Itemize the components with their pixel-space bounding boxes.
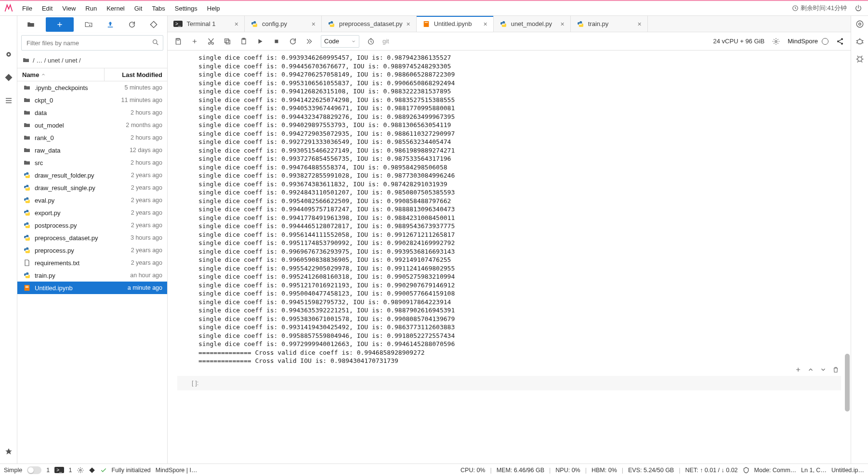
file-row[interactable]: src2 hours ago bbox=[17, 156, 167, 169]
new-folder-button[interactable] bbox=[78, 17, 99, 32]
menu-help[interactable]: Help bbox=[202, 3, 225, 14]
menu-file[interactable]: File bbox=[17, 3, 37, 14]
menu-git[interactable]: Git bbox=[130, 3, 147, 14]
line-col-label[interactable]: Ln 1, C… bbox=[801, 467, 827, 474]
file-row[interactable]: rank_02 hours ago bbox=[17, 131, 167, 144]
cut-button[interactable] bbox=[206, 37, 216, 46]
svg-rect-5 bbox=[26, 287, 29, 288]
power-button[interactable] bbox=[853, 2, 864, 14]
menu-view[interactable]: View bbox=[57, 3, 80, 14]
column-header-modified[interactable]: Last Modified bbox=[105, 71, 167, 78]
close-icon[interactable]: × bbox=[638, 20, 642, 28]
gear-icon[interactable] bbox=[77, 467, 84, 474]
breadcrumb[interactable]: / … / unet / unet / bbox=[17, 54, 167, 68]
menu-kernel[interactable]: Kernel bbox=[102, 3, 130, 14]
cell-type-select[interactable]: Code bbox=[321, 35, 359, 48]
kernel-status-label[interactable]: MindSpore | I… bbox=[156, 467, 197, 474]
move-up-icon[interactable] bbox=[807, 366, 814, 373]
close-icon[interactable]: × bbox=[235, 20, 238, 28]
file-filter-input[interactable] bbox=[21, 35, 163, 51]
running-kernels-icon[interactable] bbox=[3, 49, 14, 60]
simple-mode-toggle[interactable] bbox=[27, 466, 41, 474]
lsp-status-label[interactable]: Fully initialized bbox=[112, 467, 151, 474]
tab-unet_model-py[interactable]: unet_model.py× bbox=[494, 16, 571, 32]
file-row[interactable]: data2 hours ago bbox=[17, 106, 167, 119]
close-icon[interactable]: × bbox=[407, 20, 410, 28]
property-inspector-icon[interactable] bbox=[855, 20, 864, 28]
menu-settings[interactable]: Settings bbox=[170, 3, 202, 14]
delete-cell-icon[interactable] bbox=[832, 366, 839, 373]
terminals-count[interactable]: 1 bbox=[46, 467, 50, 474]
file-row[interactable]: train.pyan hour ago bbox=[17, 269, 167, 282]
new-launcher-button[interactable] bbox=[46, 17, 74, 32]
mem-status: MEM: 6.46/96 GB bbox=[497, 467, 544, 474]
timer-icon[interactable] bbox=[366, 37, 376, 46]
empty-code-cell[interactable]: [ ]: bbox=[177, 376, 841, 390]
tab-untitled-ipynb[interactable]: Untitled.ipynb× bbox=[417, 16, 494, 32]
file-row[interactable]: out_model2 months ago bbox=[17, 119, 167, 131]
restart-button[interactable] bbox=[288, 37, 298, 46]
file-row[interactable]: draw_result_single.py2 years ago bbox=[17, 181, 167, 194]
file-row[interactable]: requirements.txt2 years ago bbox=[17, 257, 167, 269]
tab-train-py[interactable]: train.py× bbox=[571, 16, 648, 32]
run-button[interactable] bbox=[255, 37, 265, 46]
lsp-status-icon[interactable] bbox=[100, 467, 107, 474]
file-name: src bbox=[35, 159, 131, 167]
close-icon[interactable]: × bbox=[312, 20, 316, 28]
kernels-count[interactable]: 1 bbox=[69, 467, 72, 474]
file-label[interactable]: Untitled.ip… bbox=[831, 467, 864, 474]
file-row[interactable]: Untitled.ipynba minute ago bbox=[17, 282, 167, 294]
close-icon[interactable]: × bbox=[484, 20, 487, 28]
column-header-name[interactable]: Name bbox=[17, 68, 105, 81]
scrollbar-thumb[interactable] bbox=[845, 354, 850, 412]
mode-label[interactable]: Mode: Comm… bbox=[754, 467, 797, 474]
share-button[interactable] bbox=[835, 37, 845, 46]
copy-button[interactable] bbox=[223, 37, 232, 46]
tab-preprocess_dataset-py[interactable]: preprocess_dataset.py× bbox=[322, 16, 417, 32]
resource-gear-icon[interactable] bbox=[771, 37, 781, 46]
toc-icon[interactable] bbox=[3, 95, 14, 106]
svg-rect-15 bbox=[275, 39, 278, 43]
kernel-indicator[interactable]: MindSpore bbox=[788, 38, 829, 45]
file-row[interactable]: raw_data12 days ago bbox=[17, 144, 167, 156]
stop-button[interactable] bbox=[272, 37, 281, 46]
file-row[interactable]: ckpt_011 minutes ago bbox=[17, 94, 167, 106]
upload-button[interactable] bbox=[99, 17, 121, 32]
file-name: draw_result_single.py bbox=[35, 184, 131, 192]
open-folder-button[interactable] bbox=[20, 17, 42, 32]
file-row[interactable]: .ipynb_checkpoints5 minutes ago bbox=[17, 81, 167, 94]
git-icon[interactable] bbox=[3, 72, 14, 83]
tab-config-py[interactable]: config.py× bbox=[245, 16, 322, 32]
tab-label: train.py bbox=[588, 20, 609, 27]
git-status-icon[interactable] bbox=[89, 467, 95, 474]
insert-cell-button[interactable] bbox=[190, 37, 199, 46]
net-status: NET: ↑ 0.01 / ↓ 0.02 bbox=[685, 467, 737, 474]
py-icon bbox=[22, 246, 32, 254]
run-all-button[interactable] bbox=[304, 37, 314, 46]
move-down-icon[interactable] bbox=[820, 366, 827, 373]
close-icon[interactable]: × bbox=[561, 20, 565, 28]
save-button[interactable] bbox=[173, 37, 183, 46]
menu-edit[interactable]: Edit bbox=[37, 3, 57, 14]
file-row[interactable]: preprocess.py2 years ago bbox=[17, 244, 167, 257]
file-row[interactable]: draw_result_folder.py2 years ago bbox=[17, 169, 167, 181]
paste-button[interactable] bbox=[239, 37, 249, 46]
file-row[interactable]: preprocess_dataset.py3 hours ago bbox=[17, 232, 167, 244]
notebook-body[interactable]: single dice coeff is: 0.9939346260995457… bbox=[168, 51, 851, 463]
privacy-icon[interactable] bbox=[743, 467, 750, 474]
debug-panel-icon[interactable] bbox=[855, 37, 864, 46]
file-row[interactable]: postprocess.py2 years ago bbox=[17, 219, 167, 232]
extension-icon[interactable] bbox=[3, 446, 14, 458]
bug-icon[interactable] bbox=[855, 54, 864, 63]
tab-terminal-1[interactable]: >_Terminal 1× bbox=[168, 16, 245, 32]
folder-icon bbox=[22, 56, 30, 64]
menu-run[interactable]: Run bbox=[80, 3, 102, 14]
add-cell-below-icon[interactable] bbox=[795, 366, 802, 373]
refresh-button[interactable] bbox=[121, 17, 143, 32]
file-row[interactable]: export.py2 years ago bbox=[17, 206, 167, 219]
file-row[interactable]: eval.py2 years ago bbox=[17, 194, 167, 206]
git-branch-label[interactable]: git bbox=[382, 38, 389, 45]
file-modified: 2 years ago bbox=[131, 247, 162, 254]
git-clone-button[interactable] bbox=[143, 17, 164, 32]
menu-tabs[interactable]: Tabs bbox=[147, 3, 170, 14]
